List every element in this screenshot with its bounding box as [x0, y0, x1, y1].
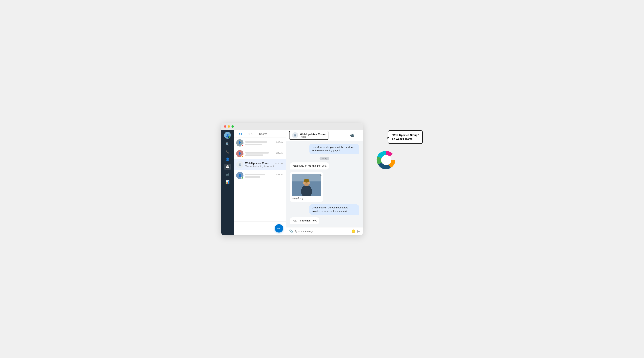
messages-area: Hey Mark, could you send the mock ups fo…	[286, 141, 363, 227]
attachment-button[interactable]: 📎	[289, 229, 293, 233]
chat-input-bar: 📎 🙂 ▶	[286, 227, 363, 235]
list-item[interactable]: 👤 9:34 AM	[234, 137, 286, 148]
contact-preview	[245, 144, 262, 145]
download-button[interactable]: ⬇	[320, 173, 322, 177]
room-preview: You are invited to join a meeti...	[245, 165, 284, 167]
message-text: Hey Mark, could you send the mock ups fo…	[312, 146, 355, 152]
list-item[interactable]: 👤 9:45 AM	[234, 148, 286, 159]
message-text: Yes, I'm free right now.	[292, 219, 317, 222]
video-nav-icon[interactable]: 📹	[224, 171, 231, 178]
list-item[interactable]: 👤 9:45 AM	[234, 170, 286, 181]
svg-point-5	[304, 183, 309, 186]
sidebar: 👤 🔍 📞 👤 💬 📹 📊	[221, 130, 234, 235]
message-bubble: Yes, I'm free right now.	[290, 217, 320, 224]
maximize-button[interactable]	[232, 125, 234, 128]
avatar: 👤	[236, 150, 244, 157]
compose-button[interactable]: ✏	[275, 224, 283, 233]
message-input[interactable]	[295, 230, 350, 233]
avatar: 👤	[236, 139, 244, 146]
contact-info: Web Updates Room 10:20 AM You are invite…	[245, 162, 284, 167]
video-call-button[interactable]: 📹	[350, 133, 354, 137]
messages-nav-icon[interactable]: 💬	[224, 164, 231, 170]
fab-container: ✏	[234, 221, 286, 235]
message-bubble: Yeah sure, let me find it for you.	[290, 162, 329, 169]
svg-point-4	[304, 179, 310, 183]
send-button[interactable]: ▶	[357, 229, 360, 233]
contact-info: 9:45 AM	[245, 151, 284, 156]
list-item-web-updates-room[interactable]: ⊞ Web Updates Room 10:20 AM You are invi…	[234, 159, 286, 170]
message-text: Great, thanks. Do you have a few minutes…	[312, 206, 348, 212]
tab-rooms[interactable]: Rooms	[256, 130, 270, 137]
contact-info: 9:34 AM	[245, 140, 284, 145]
room-avatar: ⊞	[236, 161, 244, 168]
close-button[interactable]	[224, 125, 226, 128]
image-message: ⬇ image2.png	[290, 172, 323, 202]
arrow-line: ▶	[374, 137, 388, 137]
contact-time: 10:20 AM	[275, 162, 283, 164]
user-avatar[interactable]: 👤	[224, 132, 231, 139]
contact-name	[245, 152, 269, 154]
contact-name	[245, 141, 267, 143]
annotation-row: ▶ "Web Updates Group" on Webex Teams	[374, 130, 423, 144]
emoji-button[interactable]: 🙂	[352, 229, 356, 233]
svg-point-6	[381, 155, 391, 165]
contact-list: 👤 9:34 AM	[234, 137, 286, 221]
annotation-line1: "Web Updates Group"	[392, 133, 419, 137]
annotation-line2: on Webex Teams	[392, 137, 419, 141]
status-indicator	[241, 155, 243, 157]
status-indicator	[241, 144, 243, 146]
chat-header-actions: 📹 ⋮	[350, 133, 360, 137]
tab-bar: All 1–1 Rooms	[234, 130, 286, 137]
contact-name	[245, 174, 265, 175]
annotation-box: "Web Updates Group" on Webex Teams	[388, 130, 423, 144]
room-header-info: ⊞ Web Updates Room Public	[289, 131, 328, 140]
annotation-section: ▶ "Web Updates Group" on Webex Teams	[374, 123, 423, 171]
search-nav-icon[interactable]: 🔍	[224, 141, 231, 147]
mac-window: 👤 🔍 📞 👤 💬 📹 📊 All 1–1 Rooms	[221, 123, 363, 235]
room-title-block: Web Updates Room Public	[300, 133, 326, 138]
phone-nav-icon[interactable]: 📞	[224, 148, 231, 155]
contacts-nav-icon[interactable]: 👤	[224, 156, 231, 163]
title-bar	[221, 123, 363, 130]
contact-time: 9:45 AM	[276, 152, 283, 154]
image-thumbnail	[292, 174, 321, 196]
more-options-button[interactable]: ⋮	[356, 133, 360, 137]
minimize-button[interactable]	[228, 125, 230, 128]
tab-one-on-one[interactable]: 1–1	[245, 130, 256, 137]
analytics-nav-icon[interactable]: 📊	[224, 179, 231, 185]
contact-preview	[245, 176, 260, 178]
chat-header: ⊞ Web Updates Room Public 📹 ⋮	[286, 130, 363, 141]
contact-list-panel: All 1–1 Rooms 👤 9:34	[234, 130, 286, 235]
avatar: 👤	[236, 172, 244, 179]
chat-room-name: Web Updates Room	[300, 133, 326, 136]
status-indicator	[241, 177, 243, 179]
webex-logo	[375, 149, 397, 171]
contact-time: 9:45 AM	[276, 173, 283, 176]
chat-panel: ⊞ Web Updates Room Public 📹 ⋮	[286, 130, 363, 235]
message-text: Yeah sure, let me find it for you.	[292, 164, 326, 167]
tab-all[interactable]: All	[236, 130, 245, 137]
message-bubble: Great, thanks. Do you have a few minutes…	[309, 204, 359, 215]
date-label: Today	[320, 157, 329, 160]
image-filename: image2.png	[292, 197, 321, 200]
chat-room-type: Public	[300, 136, 326, 138]
contact-time: 9:34 AM	[276, 141, 283, 143]
app-body: 👤 🔍 📞 👤 💬 📹 📊 All 1–1 Rooms	[221, 130, 363, 235]
contact-preview	[245, 154, 264, 156]
outer-wrapper: 👤 🔍 📞 👤 💬 📹 📊 All 1–1 Rooms	[221, 123, 423, 235]
date-separator: Today	[290, 157, 359, 160]
room-header-icon: ⊞	[292, 132, 298, 138]
contact-info: 9:45 AM	[245, 173, 284, 178]
message-bubble: Hey Mark, could you send the mock ups fo…	[309, 144, 359, 154]
room-icon: ⊞	[236, 161, 244, 168]
room-name: Web Updates Room	[245, 162, 269, 165]
